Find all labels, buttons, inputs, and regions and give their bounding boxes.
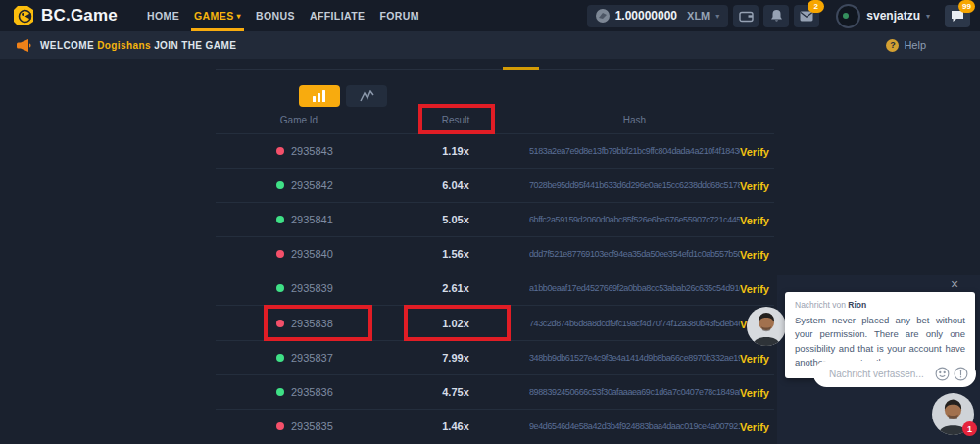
verify-link[interactable]: Verify — [740, 249, 769, 261]
nav-games[interactable]: GAMES▾ — [194, 0, 241, 31]
notifications-button[interactable] — [763, 5, 789, 27]
hash-value: 6bffc2a59159d2060d0abc85f526e6be676e5590… — [529, 215, 740, 224]
balance-currency: XLM — [687, 10, 710, 22]
top-header: BC.Game HOME GAMES▾ BONUS AFFILIATE FORU… — [0, 0, 980, 31]
help-label: Help — [904, 39, 926, 51]
status-dot — [276, 284, 284, 292]
game-id: 2935842 — [291, 179, 333, 191]
verify-link[interactable]: Verify — [740, 353, 769, 365]
result-value: 7.99x — [382, 352, 529, 364]
chat-input[interactable] — [827, 368, 931, 380]
verify-link[interactable]: Verify — [740, 283, 769, 295]
page: BC.Game HOME GAMES▾ BONUS AFFILIATE FORU… — [0, 0, 980, 444]
result-value: 1.02x — [382, 318, 529, 329]
main-nav: HOME GAMES▾ BONUS AFFILIATE FORUM — [147, 0, 419, 31]
chevron-down-icon: ▾ — [926, 12, 930, 21]
coin-icon — [596, 9, 610, 23]
help-button[interactable]: ? Help — [886, 39, 926, 52]
active-tab-indicator — [503, 67, 539, 70]
table-row: 2935843 1.19x 5183a2ea7e9d8e13fb79bbf21b… — [216, 134, 774, 169]
verify-link[interactable]: Verify — [740, 146, 769, 158]
hash-value: 743c2d874b6d8a8dcdf9fc19acf4d70f74f12a38… — [529, 319, 740, 328]
results-table-body: 2935843 1.19x 5183a2ea7e9d8e13fb79bbf21b… — [216, 134, 774, 444]
col-header-result: Result — [382, 115, 529, 125]
verify-link[interactable]: Verify — [740, 387, 769, 399]
status-dot — [276, 250, 284, 258]
result-value: 6.04x — [382, 179, 529, 191]
user-avatar — [836, 4, 860, 28]
hash-value: 9e4d6546d4e58a42d3b4f924883baa4daac019ce… — [529, 421, 740, 431]
logo[interactable]: BC.Game — [13, 5, 118, 26]
wallet-button[interactable] — [733, 5, 759, 27]
hash-value: 8988392450666c53f30afaaaea69c1d6a7c0407e… — [529, 387, 740, 397]
sender-avatar — [747, 307, 786, 346]
result-value: 1.19x — [382, 145, 529, 157]
result-value: 1.56x — [382, 248, 529, 260]
status-dot — [276, 216, 284, 223]
table-row: 2935835 1.46x 9e4d6546d4e58a42d3b4f92488… — [216, 410, 774, 444]
messages-button[interactable]: 2 — [794, 5, 819, 27]
balance-selector[interactable]: 1.00000000 XLM ▾ — [587, 5, 729, 27]
verify-link[interactable]: Verify — [740, 215, 769, 226]
result-value: 2.61x — [382, 282, 529, 294]
status-dot — [276, 388, 284, 396]
verify-link[interactable]: Verify — [740, 180, 769, 192]
game-id: 2935840 — [291, 248, 333, 260]
game-id: 2935838 — [291, 318, 333, 329]
status-dot — [276, 181, 284, 189]
chevron-down-icon: ▾ — [237, 12, 241, 21]
table-row: 2935838 1.02x 743c2d874b6d8a8dcdf9fc19ac… — [216, 306, 774, 340]
game-id: 2935835 — [291, 420, 333, 432]
status-dot — [276, 320, 284, 327]
results-table-header: Game Id Result Hash — [216, 106, 774, 134]
game-id: 2935837 — [291, 352, 333, 364]
nav-bonus[interactable]: BONUS — [256, 0, 295, 31]
info-icon[interactable] — [954, 367, 968, 381]
chat-toggle-button[interactable]: 99 — [945, 5, 970, 27]
tabs-divider — [216, 69, 774, 70]
hash-value: ddd7f521e87769103ecf94ea35da50ee354efd1c… — [529, 249, 740, 259]
table-row: 2935840 1.56x ddd7f521e87769103ecf94ea35… — [216, 237, 774, 271]
list-view-button[interactable] — [299, 85, 340, 107]
username: svenjatzu — [866, 9, 920, 23]
announcement-bar: WELCOME Dogishans JOIN THE GAME ? Help — [0, 31, 980, 59]
user-menu[interactable]: svenjatzu ▾ — [836, 4, 930, 28]
chat-message-meta: Nachricht von Rion — [795, 300, 965, 310]
table-row: 2935842 6.04x 7028be95dd95f441b633d6d296… — [216, 169, 774, 203]
bar-chart-icon — [312, 90, 327, 102]
table-row: 2935839 2.61x a1bb0eaaf17ed4527669f2a0bb… — [216, 271, 774, 306]
col-header-game-id: Game Id — [216, 115, 382, 125]
table-row: 2935841 5.05x 6bffc2a59159d2060d0abc85f5… — [216, 203, 774, 237]
chat-unread-badge: 1 — [962, 421, 977, 436]
chat-sender-name: Rion — [848, 300, 866, 310]
header-right: 1.00000000 XLM ▾ — [587, 4, 970, 28]
close-icon[interactable]: × — [951, 277, 958, 291]
results-table: Game Id Result Hash 2935843 1.19x 5183a2… — [216, 106, 774, 444]
nav-home[interactable]: HOME — [147, 0, 179, 31]
emoji-icon[interactable] — [935, 367, 950, 381]
balance-amount: 1.00000000 — [615, 9, 677, 23]
table-row: 2935837 7.99x 348bb9db61527e4c9f3e4a1414… — [216, 341, 774, 375]
status-dot — [276, 354, 284, 362]
trend-line-icon — [360, 90, 374, 102]
question-icon: ? — [886, 39, 899, 52]
nav-forum[interactable]: FORUM — [379, 0, 419, 31]
messages-badge: 2 — [808, 0, 824, 13]
trend-view-button[interactable] — [346, 85, 387, 107]
logo-text: BC.Game — [41, 6, 118, 25]
hash-value: a1bb0eaaf17ed4527669f2a0bba8cc53abab26c6… — [529, 283, 740, 293]
result-value: 5.05x — [382, 214, 529, 225]
status-dot — [276, 422, 284, 430]
megaphone-icon — [17, 39, 31, 52]
bell-icon — [770, 9, 783, 23]
chat-input-wrap — [813, 361, 976, 387]
hash-value: 5183a2ea7e9d8e13fb79bbf21bc9ffc804dada4a… — [529, 146, 740, 156]
chat-avatar[interactable]: 1 — [932, 393, 974, 435]
table-row: 2935836 4.75x 8988392450666c53f30afaaaea… — [216, 375, 774, 410]
verify-link[interactable]: Verify — [740, 421, 769, 433]
announcement-player-name: Dogishans — [97, 40, 151, 51]
nav-affiliate[interactable]: AFFILIATE — [310, 0, 365, 31]
result-value: 4.75x — [382, 386, 529, 398]
col-header-hash: Hash — [529, 115, 740, 125]
game-id: 2935841 — [291, 214, 333, 225]
